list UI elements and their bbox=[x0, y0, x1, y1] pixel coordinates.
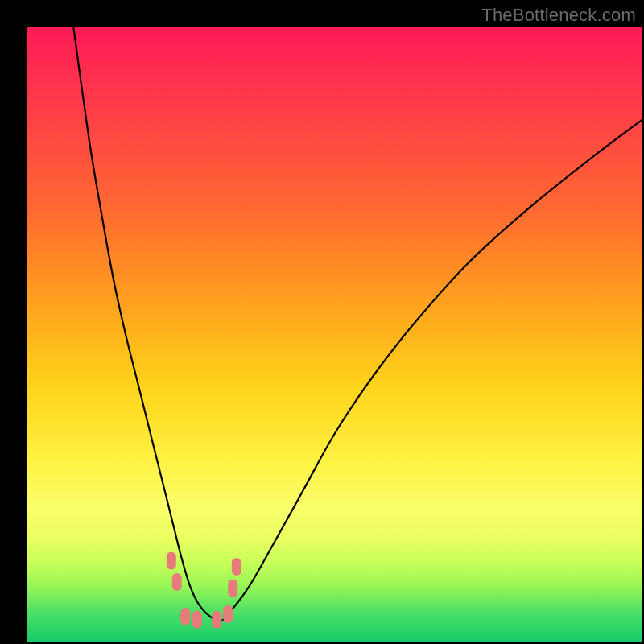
plot-area bbox=[27, 27, 642, 642]
curve-marker bbox=[180, 608, 190, 625]
bottleneck-curve bbox=[73, 27, 642, 621]
curve-marker bbox=[167, 551, 176, 569]
curve-marker bbox=[228, 580, 237, 597]
chart-stage: TheBottleneck.com bbox=[0, 0, 644, 644]
curve-marker bbox=[212, 611, 221, 629]
watermark-text: TheBottleneck.com bbox=[481, 5, 636, 26]
curve-marker bbox=[172, 573, 182, 591]
curve-marker bbox=[192, 611, 202, 629]
marker-group bbox=[167, 551, 242, 628]
curve-svg bbox=[27, 27, 642, 642]
curve-marker bbox=[223, 605, 233, 623]
curve-marker bbox=[232, 558, 242, 576]
